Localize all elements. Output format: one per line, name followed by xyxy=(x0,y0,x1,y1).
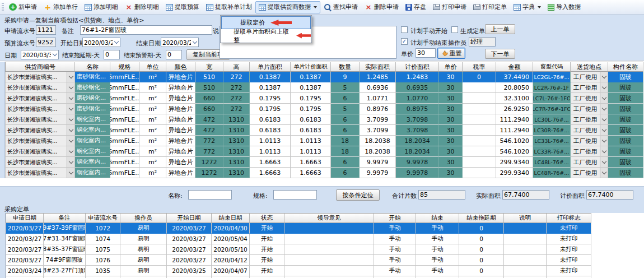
order-cell[interactable]: 2020/04/30 xyxy=(212,223,250,234)
operator-field[interactable] xyxy=(469,37,496,47)
next-order-button[interactable]: 下一单 xyxy=(485,49,515,59)
order-cell[interactable]: 1072 xyxy=(86,223,120,234)
order-cell[interactable]: 2020/03/27 xyxy=(167,244,212,255)
order-cell[interactable]: 手动 xyxy=(416,244,459,255)
grid-cell[interactable]: 0.6183 xyxy=(291,125,331,136)
delivery-combo-cell[interactable]: 工厂使用 xyxy=(571,104,608,114)
order-cell[interactable]: 2020/03/27 xyxy=(167,223,212,234)
order-cell[interactable]: 2020/03/27 xyxy=(6,244,44,255)
delay-field[interactable] xyxy=(104,50,120,59)
order-cell[interactable]: 易明 xyxy=(120,234,167,244)
order-cell[interactable]: 0 xyxy=(459,255,504,266)
supplier-combo-cell[interactable]: 长沙市潇湘玻璃实... xyxy=(5,82,75,93)
delivery-combo-cell[interactable]: 工厂使用 xyxy=(571,146,608,157)
delivery-combo-cell[interactable]: 工厂使用 xyxy=(571,168,608,178)
chevron-down-icon[interactable] xyxy=(113,38,120,47)
grid-cell[interactable]: 6 xyxy=(331,93,360,104)
order-cell[interactable]: 2020/03/27 xyxy=(6,255,44,266)
delivery-combo-cell[interactable]: 工厂使用 xyxy=(571,157,608,168)
grid-cell[interactable]: 546.1020 xyxy=(496,136,533,146)
grid-cell[interactable]: 660 xyxy=(195,93,223,104)
toolbar-button-new-request[interactable]: +新申请 xyxy=(6,1,40,13)
order-cell[interactable]: 易明 xyxy=(120,244,167,255)
toolbar-button-delete-detail[interactable]: ×删除明细 xyxy=(122,1,162,13)
supplier-combo-cell[interactable]: 长沙市潇湘玻璃实... xyxy=(5,168,75,178)
grid-cell[interactable]: 0.8976 xyxy=(360,104,396,114)
order-cell[interactable] xyxy=(284,223,374,234)
grid-cell[interactable]: 1.0113 xyxy=(291,136,331,146)
grid-cell[interactable]: 磨砂钢化... xyxy=(75,104,110,114)
chevron-down-icon[interactable] xyxy=(600,125,608,135)
grid-cell[interactable]: 6mmFLE... xyxy=(110,93,139,104)
order-cell[interactable]: 开始 xyxy=(250,244,284,255)
grid-cell[interactable] xyxy=(463,168,496,178)
grid-cell[interactable]: 6mmFLE... xyxy=(110,72,139,82)
grid-cell[interactable]: 钢化室内... xyxy=(75,157,110,168)
grid-cell[interactable]: 钢化室内... xyxy=(75,125,110,136)
menu-item[interactable]: 提取单片面积向上取整 xyxy=(221,29,311,42)
grid-cell[interactable]: 1310 xyxy=(223,146,250,157)
grid-cell[interactable]: 272 xyxy=(223,72,250,82)
grid-row[interactable]: 长沙市潇湘玻璃实...磨砂钢化...6mmFLE...m²异地合片6602720… xyxy=(5,93,643,104)
grid-cell[interactable]: 546.1020 xyxy=(496,146,533,157)
order-cell[interactable] xyxy=(504,223,547,234)
grid-column-header[interactable]: 宽 xyxy=(195,62,223,72)
toolbar-button-print-request[interactable]: 打印申请 xyxy=(430,1,470,13)
order-cell[interactable]: 2020/03/27 xyxy=(6,223,44,234)
grid-cell[interactable]: m² xyxy=(139,93,166,104)
grid-cell[interactable]: 772 xyxy=(195,146,223,157)
order-cell[interactable]: 1075 xyxy=(86,244,120,255)
order-cell[interactable]: 未打印 xyxy=(547,266,591,276)
grid-cell[interactable] xyxy=(463,104,496,114)
chevron-down-icon[interactable] xyxy=(51,50,58,59)
grid-column-header[interactable]: 单片面积 xyxy=(250,62,291,72)
grid-cell[interactable]: 30 xyxy=(439,72,463,82)
grid-cell[interactable]: 0.6935 xyxy=(396,82,439,93)
apply-no-field[interactable] xyxy=(36,25,56,35)
delivery-combo-cell[interactable]: 工厂使用 xyxy=(571,114,608,125)
grid-cell[interactable]: LC7L-76#-1FO xyxy=(533,93,571,104)
grid-cell[interactable]: 18 xyxy=(331,146,360,157)
grid-column-header[interactable]: 颜色 xyxy=(166,62,195,72)
delivery-combo-cell[interactable]: 工厂使用 xyxy=(571,82,608,93)
orders-column-header[interactable]: 打印标志 xyxy=(547,213,591,223)
grid-cell[interactable]: 111.2940 xyxy=(496,114,533,125)
grid-cell[interactable]: 0.6183 xyxy=(250,114,291,125)
orders-column-header[interactable]: 结束拖延期 xyxy=(459,213,504,223)
grid-cell[interactable]: 1.0113 xyxy=(250,146,291,157)
orders-column-header[interactable]: 结束 xyxy=(416,213,459,223)
grid-cell[interactable]: 1.0113 xyxy=(250,136,291,146)
end-date-picker[interactable]: 2020/03/28 xyxy=(161,38,199,47)
grid-cell[interactable]: 1.6663 xyxy=(291,168,331,178)
grid-cell[interactable]: 472 xyxy=(195,114,223,125)
grid-cell[interactable] xyxy=(463,93,496,104)
grid-column-header[interactable]: 单位 xyxy=(139,62,166,72)
grid-row[interactable]: 长沙市潇湘玻璃实...钢化室内...6mmFLE...m²异地合片4721310… xyxy=(5,114,643,125)
grid-column-header[interactable]: 计价面积 xyxy=(396,62,439,72)
toolbar-button-dictionary[interactable]: 字典 xyxy=(510,1,544,13)
order-cell[interactable]: 1074 xyxy=(86,234,120,244)
supplier-combo-cell[interactable]: 长沙市潇湘玻璃实... xyxy=(5,146,75,157)
orders-column-header[interactable]: 开始日期 xyxy=(167,213,212,223)
grid-row[interactable]: 长沙市潇湘玻璃实...磨砂钢化...6mmFLE...m²异地合片5102720… xyxy=(5,82,643,93)
grid-cell[interactable]: 固玻 xyxy=(608,125,643,136)
grid-cell[interactable] xyxy=(463,82,496,93)
grid-cell[interactable]: 6mmFLE... xyxy=(110,125,139,136)
supplier-combo-cell[interactable]: 长沙市潇湘玻璃实... xyxy=(5,104,75,114)
grid-cell[interactable]: 3.7099 xyxy=(360,114,396,125)
grid-cell[interactable]: 9.9979 xyxy=(360,157,396,168)
grid-column-header[interactable]: 单价 xyxy=(439,62,463,72)
grid-cell[interactable]: 6mmFLE... xyxy=(110,114,139,125)
order-cell[interactable]: 未打印 xyxy=(547,234,591,244)
grid-cell[interactable]: 固玻 xyxy=(608,136,643,146)
grid-cell[interactable]: 9.9978 xyxy=(396,168,439,178)
total-pieces-field[interactable] xyxy=(418,190,465,200)
chevron-down-icon[interactable] xyxy=(67,104,74,114)
filter-name-input[interactable] xyxy=(188,190,232,200)
grid-cell[interactable]: 6 xyxy=(331,125,360,136)
grid-cell[interactable]: 660 xyxy=(195,104,223,114)
start-date-picker[interactable]: 2020/03/21 xyxy=(82,38,120,47)
grid-cell[interactable]: m² xyxy=(139,146,166,157)
grid-cell[interactable]: 固玻 xyxy=(608,82,643,93)
order-cell[interactable]: 2020/03/25 xyxy=(167,266,212,276)
